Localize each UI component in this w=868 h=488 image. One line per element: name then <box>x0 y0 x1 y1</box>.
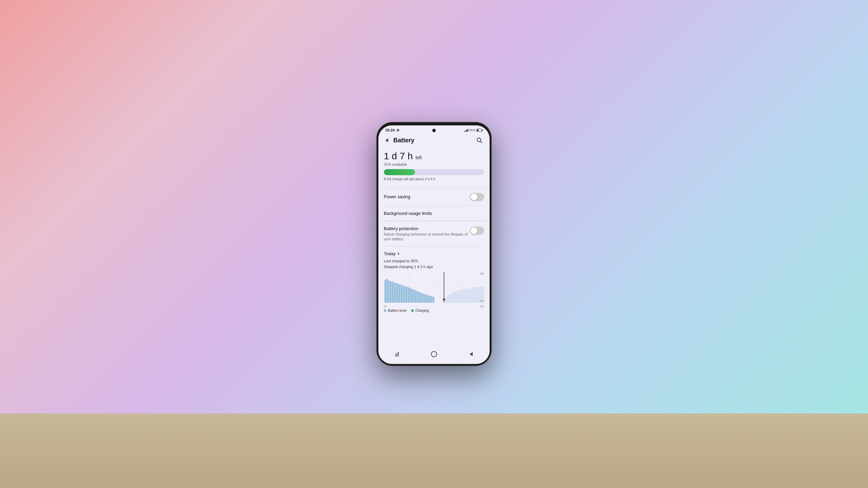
svg-rect-17 <box>401 285 402 303</box>
battery-time-value: 1 d 7 h <box>384 151 413 161</box>
svg-rect-24 <box>413 290 415 303</box>
today-period-selector[interactable]: Today ▼ <box>384 246 484 258</box>
battery-chart-svg <box>384 272 484 303</box>
chart-y-top: 100 <box>480 272 484 275</box>
legend-battery-level: Battery level <box>384 309 407 312</box>
phone-body: 19:24 ⚙ 31% <box>376 122 492 366</box>
chart-legend: Battery level Charging <box>384 309 484 312</box>
battery-progress-bar <box>384 169 484 175</box>
period-dropdown-icon: ▼ <box>397 252 400 256</box>
battery-percent-text: 31% <box>469 128 475 132</box>
battery-protection-content: Battery protection Adjust charging behav… <box>384 226 470 242</box>
full-charge-estimate: A full charge will last about 4 d 4 h <box>384 177 484 181</box>
svg-rect-22 <box>410 288 411 303</box>
svg-rect-35 <box>433 297 434 303</box>
svg-rect-23 <box>411 289 413 303</box>
back-nav-button[interactable] <box>464 349 478 359</box>
svg-rect-30 <box>424 294 425 303</box>
legend-battery-dot <box>384 309 386 312</box>
last-charged-line1: Last charged to 35% <box>384 258 484 264</box>
chart-x-start: 0 <box>384 305 386 308</box>
back-nav-icon <box>470 352 473 356</box>
battery-protection-label: Battery protection <box>384 226 470 231</box>
background-usage-label: Background usage limits <box>384 211 484 216</box>
legend-charging-label: Charging <box>415 309 429 312</box>
gear-icon: ⚙ <box>396 128 399 132</box>
battery-available-text: 31% available <box>384 162 484 166</box>
status-time: 19:24 ⚙ <box>385 128 399 132</box>
bottom-nav <box>378 346 490 364</box>
phone-screen: 19:24 ⚙ 31% <box>378 125 490 364</box>
status-bar: 19:24 ⚙ 31% <box>378 125 490 134</box>
power-saving-content: Power saving <box>384 194 470 199</box>
svg-rect-34 <box>431 296 433 303</box>
recents-button[interactable] <box>390 349 404 359</box>
battery-chart: 0 12 100 0% <box>384 272 484 306</box>
svg-rect-25 <box>415 290 416 303</box>
svg-rect-20 <box>406 287 408 303</box>
svg-rect-33 <box>429 296 431 303</box>
home-button[interactable] <box>427 349 441 359</box>
search-icon <box>476 137 482 143</box>
power-saving-toggle[interactable] <box>470 193 484 201</box>
svg-rect-12 <box>392 282 393 303</box>
svg-rect-21 <box>408 287 409 303</box>
svg-rect-26 <box>417 291 418 303</box>
power-saving-row[interactable]: Power saving <box>384 188 484 206</box>
svg-rect-16 <box>399 284 400 303</box>
battery-protection-sublabel: Adjust charging behaviour to extend the … <box>384 232 470 242</box>
svg-rect-8 <box>384 280 386 303</box>
battery-protection-row[interactable]: Battery protection Adjust charging behav… <box>384 221 484 247</box>
recents-icon <box>395 352 399 357</box>
svg-rect-28 <box>420 293 422 303</box>
last-charged-line2: Stopped charging 1 d 2 h ago <box>384 264 484 270</box>
charge-info: Last charged to 35% Stopped charging 1 d… <box>384 258 484 269</box>
toggle-knob <box>471 194 477 200</box>
legend-battery-label: Battery level <box>388 309 407 312</box>
screen-content: 1 d 7 h left 31% available A full charge… <box>378 147 490 346</box>
svg-rect-10 <box>388 281 390 303</box>
svg-line-1 <box>480 141 482 143</box>
back-button[interactable] <box>382 136 391 144</box>
search-button[interactable] <box>475 136 484 145</box>
svg-rect-11 <box>390 281 391 303</box>
power-saving-label: Power saving <box>384 194 470 199</box>
battery-time-suffix: left <box>415 155 422 160</box>
battery-protection-toggle[interactable] <box>470 227 484 235</box>
camera-cutout <box>432 129 436 132</box>
background-usage-content: Background usage limits <box>384 211 484 216</box>
svg-rect-19 <box>404 286 406 303</box>
app-bar: Battery <box>378 134 490 147</box>
chart-y-labels: 100 0% <box>480 272 484 303</box>
svg-rect-29 <box>422 293 423 303</box>
battery-progress-fill <box>384 169 415 175</box>
battery-time-section: 1 d 7 h left 31% available A full charge… <box>384 147 484 188</box>
chart-x-labels: 0 12 <box>384 305 484 308</box>
status-icons: 31% <box>465 128 483 132</box>
app-bar-left: Battery <box>382 136 414 144</box>
svg-rect-13 <box>394 283 395 303</box>
signal-bars-icon <box>465 128 468 132</box>
today-label: Today <box>384 251 396 256</box>
battery-status-icon <box>476 129 483 132</box>
svg-rect-32 <box>428 295 429 303</box>
svg-rect-31 <box>426 295 427 303</box>
home-icon <box>431 351 437 357</box>
svg-rect-18 <box>402 286 404 303</box>
battery-time-remaining: 1 d 7 h left <box>384 151 484 162</box>
phone-wrapper: 19:24 ⚙ 31% <box>376 122 492 366</box>
background-usage-row[interactable]: Background usage limits <box>384 206 484 221</box>
svg-rect-14 <box>395 283 397 303</box>
svg-rect-9 <box>386 279 388 303</box>
chart-x-mid: 12 <box>480 305 484 308</box>
toggle-knob-protection <box>471 227 477 234</box>
chart-y-bottom: 0% <box>480 300 484 303</box>
back-arrow-icon <box>385 138 388 142</box>
svg-rect-27 <box>419 292 420 303</box>
table-surface <box>0 413 868 488</box>
page-title: Battery <box>393 137 414 144</box>
legend-charging: Charging <box>411 309 429 312</box>
legend-charging-dot <box>411 309 414 312</box>
svg-rect-15 <box>397 284 398 303</box>
